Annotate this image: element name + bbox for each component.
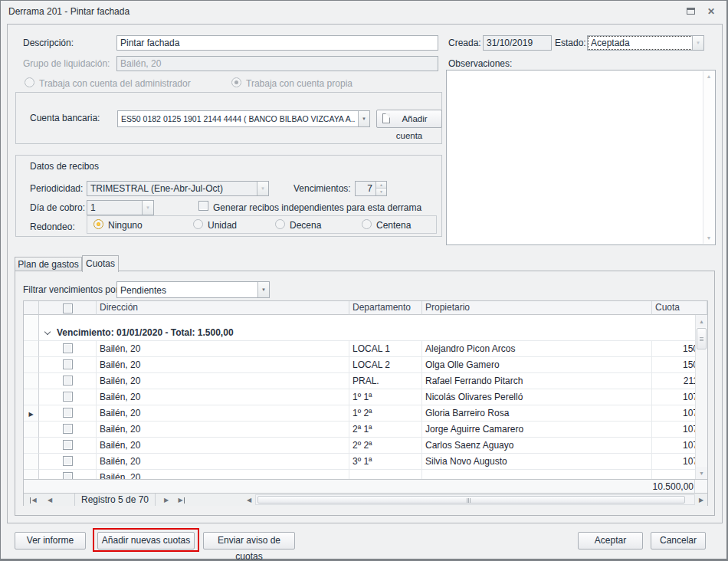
- filtrar-dropdown-button[interactable]: ▼: [257, 282, 269, 297]
- row-checkbox-cell[interactable]: [39, 389, 97, 405]
- next-record-button[interactable]: ▶: [160, 494, 172, 506]
- cancelar-button[interactable]: Cancelar: [651, 532, 706, 550]
- scroll-up-icon: ▲: [699, 319, 704, 324]
- group-row[interactable]: Vencimiento: 01/01/2020 - Total: 1.500,0…: [24, 325, 707, 341]
- table-row[interactable]: Bailén, 20PRAL.Rafael Ferrando Pitarch21…: [24, 373, 707, 389]
- radio-redondeo-decena[interactable]: [275, 219, 285, 229]
- first-record-button[interactable]: ◀: [27, 494, 39, 506]
- anadir-cuenta-button[interactable]: Añadir cuenta: [376, 110, 442, 128]
- table-row[interactable]: Bailén, 20LOCAL 2Olga Olle Gamero150: [24, 357, 707, 373]
- radio-cuenta-administrador[interactable]: [25, 77, 34, 87]
- row-checkbox[interactable]: [63, 359, 73, 369]
- cell-departamento: 2º 2ª: [349, 438, 422, 454]
- empty-cell: [39, 315, 707, 325]
- row-checkbox[interactable]: [63, 456, 73, 466]
- cell-departamento: 2ª 1ª: [349, 422, 422, 438]
- row-checkbox-cell[interactable]: [39, 373, 97, 389]
- radio-redondeo-unidad[interactable]: [193, 219, 203, 229]
- observaciones-scrollbar[interactable]: ▲ ▼: [703, 71, 714, 244]
- group-expander-icon[interactable]: [44, 329, 51, 335]
- row-checkbox[interactable]: [63, 392, 73, 402]
- cuenta-bancaria-select[interactable]: ES50 0182 0125 1901 2144 4444 ( BANCO BI…: [117, 110, 370, 127]
- scroll-down-button[interactable]: ▼: [696, 467, 707, 479]
- row-checkbox[interactable]: [63, 472, 73, 479]
- radio-cuenta-propia[interactable]: [231, 77, 241, 87]
- table-row[interactable]: Bailén, 202º 2ªCarlos Saenz Aguayo107: [24, 438, 707, 454]
- ver-informe-button[interactable]: Ver informe: [15, 532, 86, 550]
- column-header-propietario[interactable]: Propietario: [422, 301, 652, 315]
- row-gutter: [24, 454, 39, 470]
- row-checkbox-cell[interactable]: [39, 405, 97, 422]
- vertical-scroll-thumb[interactable]: [697, 328, 707, 349]
- periodicidad-select: TRIMESTRAL (Ene-Abr-Jul-Oct) ▼: [87, 181, 269, 196]
- column-header-departamento[interactable]: Departamento: [349, 301, 422, 315]
- cell-direccion: Bailén, 20: [97, 454, 349, 470]
- row-checkbox-cell[interactable]: [39, 470, 97, 479]
- ver-informe-label: Ver informe: [27, 535, 74, 546]
- grid-horizontal-scrollbar[interactable]: ◀ ▶: [243, 494, 707, 506]
- title-bar[interactable]: Derrama 201 - Pintar fachada ✕: [1, 1, 726, 21]
- horizontal-scroll-track[interactable]: [255, 494, 695, 505]
- column-header-direccion[interactable]: Dirección: [97, 301, 349, 315]
- tab-cuotas[interactable]: Cuotas: [82, 255, 119, 272]
- datos-recibos-title: Datos de recibos: [30, 161, 99, 172]
- cell-propietario: Jorge Aguirre Camarero: [422, 422, 652, 438]
- radio-redondeo-decena-label: Decena: [290, 220, 321, 231]
- grupo-liquidacion-input: Bailén, 20: [116, 56, 438, 71]
- record-counter: Registro 5 de 70: [74, 494, 156, 506]
- observaciones-textarea[interactable]: ▲ ▼: [446, 70, 716, 245]
- estado-select[interactable]: Aceptada ▼: [587, 35, 704, 51]
- table-row[interactable]: Bailén, 202ª 1ªJorge Aguirre Camarero107: [24, 422, 707, 438]
- radio-redondeo-ninguno[interactable]: [93, 219, 103, 229]
- table-row[interactable]: Bailén, 20LOCAL 1Alejandro Picon Arcos15…: [24, 341, 707, 357]
- table-row[interactable]: ▶Bailén, 201º 2ªGloria Barreiro Rosa107: [24, 405, 707, 422]
- generar-recibos-checkbox[interactable]: [198, 201, 208, 211]
- row-checkbox[interactable]: [63, 343, 73, 353]
- last-record-button[interactable]: ▶: [175, 494, 188, 506]
- grid-vertical-scrollbar[interactable]: ▲ ▼: [695, 315, 707, 479]
- window-close-button[interactable]: ✕: [705, 6, 717, 17]
- table-row-partial[interactable]: Bailén, 20: [24, 470, 707, 479]
- tab-plan-de-gastos[interactable]: Plan de gastos: [15, 257, 82, 271]
- cell-direccion: Bailén, 20: [97, 389, 349, 405]
- scroll-right-button[interactable]: ▶: [695, 494, 707, 506]
- scroll-down-icon[interactable]: ▼: [703, 233, 714, 244]
- select-all-checkbox-cell[interactable]: [39, 301, 97, 315]
- horizontal-scroll-thumb[interactable]: [257, 496, 685, 504]
- scroll-up-icon[interactable]: ▲: [703, 71, 714, 82]
- select-all-checkbox[interactable]: [63, 303, 73, 313]
- row-checkbox-cell[interactable]: [39, 454, 97, 470]
- row-checkbox-cell[interactable]: [39, 438, 97, 454]
- filtrar-select[interactable]: Pendientes ▼: [116, 281, 270, 298]
- descripcion-label: Descripción:: [23, 38, 74, 48]
- spin-down-icon: ▼: [376, 189, 386, 195]
- column-header-cuota[interactable]: Cuota: [652, 301, 707, 315]
- estado-dropdown-button[interactable]: ▼: [692, 36, 703, 50]
- row-checkbox-cell[interactable]: [39, 341, 97, 357]
- descripcion-value: Pintar fachada: [120, 38, 179, 48]
- spin-up-icon: ▲: [376, 182, 386, 189]
- row-checkbox-cell[interactable]: [39, 422, 97, 438]
- descripcion-input[interactable]: Pintar fachada: [116, 35, 438, 51]
- scroll-left-button[interactable]: ◀: [243, 494, 255, 506]
- enviar-aviso-cuotas-button[interactable]: Enviar aviso de cuotas: [203, 532, 295, 550]
- dialog-window: Derrama 201 - Pintar fachada ✕ Descripci…: [0, 0, 728, 561]
- prev-record-button[interactable]: ◀: [44, 494, 56, 506]
- aceptar-button[interactable]: Aceptar: [578, 532, 643, 550]
- cuenta-bancaria-label: Cuenta bancaria:: [30, 113, 100, 123]
- scroll-up-button[interactable]: ▲: [696, 315, 707, 327]
- table-row[interactable]: Bailén, 203º 1ªSilvia Novo Augusto107: [24, 454, 707, 470]
- window-restore-button[interactable]: [685, 6, 697, 17]
- row-checkbox[interactable]: [63, 424, 73, 434]
- row-checkbox[interactable]: [63, 440, 73, 450]
- row-checkbox-cell[interactable]: [39, 357, 97, 373]
- row-gutter: [24, 470, 39, 479]
- cuenta-dropdown-button[interactable]: ▼: [358, 111, 369, 126]
- table-row[interactable]: Bailén, 201º 1ªNicolás Olivares Perelló1…: [24, 389, 707, 405]
- row-checkbox[interactable]: [63, 408, 73, 418]
- radio-redondeo-centena[interactable]: [362, 219, 372, 229]
- cell-departamento: [349, 470, 422, 479]
- chevron-down-icon: ▼: [696, 41, 700, 45]
- row-checkbox[interactable]: [63, 376, 73, 385]
- cell-propietario: Silvia Novo Augusto: [422, 454, 652, 470]
